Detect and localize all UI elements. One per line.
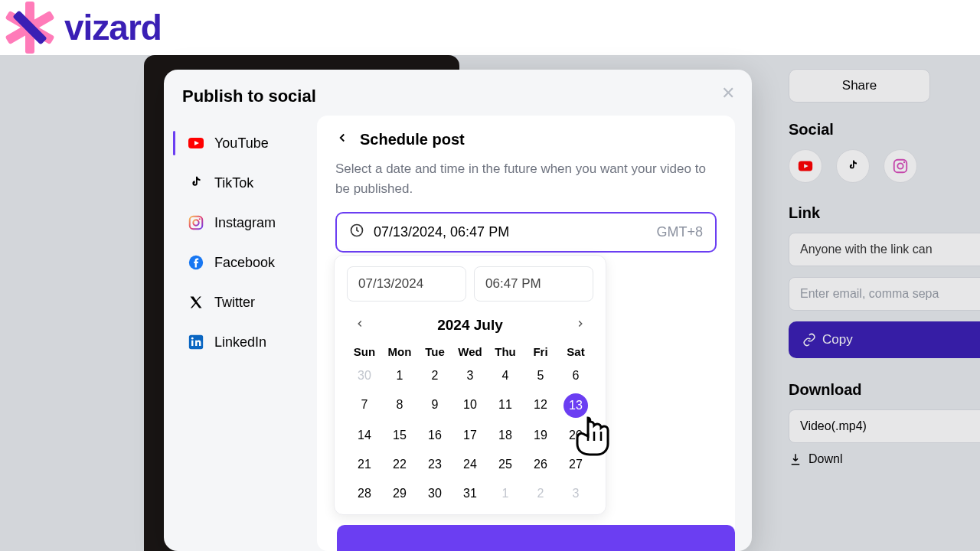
calendar-day[interactable]: 26	[523, 450, 558, 479]
calendar-day[interactable]: 2	[523, 479, 558, 508]
calendar-day[interactable]: 11	[488, 390, 523, 421]
date-picker: 07/13/2024 06:47 PM 2024 July SunMonTueW…	[334, 255, 606, 515]
schedule-title: Schedule post	[360, 131, 465, 148]
calendar-day[interactable]: 25	[488, 450, 523, 479]
close-icon[interactable]: ✕	[721, 83, 735, 103]
calendar-day[interactable]: 12	[523, 390, 558, 421]
clock-icon	[349, 223, 364, 242]
publish-modal: Publish to social ✕ YouTube TikTok Insta…	[164, 70, 752, 551]
tab-label: LinkedIn	[214, 334, 266, 350]
calendar-day[interactable]: 29	[382, 479, 417, 508]
calendar-day[interactable]: 30	[417, 479, 452, 508]
instagram-icon	[187, 214, 205, 232]
brand-logo-icon	[3, 1, 57, 54]
calendar-day[interactable]: 17	[452, 421, 488, 450]
calendar-day[interactable]: 20	[558, 421, 593, 450]
tab-tiktok[interactable]: TikTok	[181, 163, 317, 203]
tab-label: Instagram	[214, 215, 276, 231]
svg-point-16	[191, 337, 194, 340]
calendar-day[interactable]: 23	[417, 450, 452, 479]
calendar-day[interactable]: 15	[382, 421, 417, 450]
svg-point-11	[193, 220, 198, 225]
social-tab-list: YouTube TikTok Instagram Facebook Twitte…	[164, 116, 317, 551]
svg-rect-15	[191, 341, 193, 346]
tab-twitter[interactable]: Twitter	[181, 282, 317, 322]
schedule-panel: Schedule post Select a date and time in …	[317, 116, 735, 551]
calendar-day[interactable]: 19	[523, 421, 558, 450]
tab-label: TikTok	[214, 175, 253, 191]
calendar-day[interactable]: 7	[347, 390, 382, 421]
back-icon[interactable]	[335, 131, 349, 148]
calendar-day[interactable]: 8	[382, 390, 417, 421]
calendar-day[interactable]: 6	[558, 361, 593, 390]
x-twitter-icon	[187, 293, 205, 311]
datetime-value: 07/13/2024, 06:47 PM	[374, 224, 509, 240]
calendar-day[interactable]: 31	[452, 479, 488, 508]
svg-point-12	[199, 218, 201, 220]
calendar-day[interactable]: 3	[452, 361, 488, 390]
calendar-day[interactable]: 10	[452, 390, 488, 421]
facebook-icon	[187, 253, 205, 272]
calendar-day[interactable]: 21	[347, 450, 382, 479]
weekday-header: SunMonTueWedThuFriSat	[347, 345, 593, 358]
calendar-day[interactable]: 13	[564, 393, 588, 418]
calendar-day[interactable]: 1	[382, 361, 417, 390]
calendar-day[interactable]: 2	[417, 361, 452, 390]
prev-month-icon[interactable]	[348, 314, 371, 336]
tab-label: YouTube	[214, 135, 269, 152]
calendar-day[interactable]: 14	[347, 421, 382, 450]
calendar-day[interactable]: 3	[558, 479, 593, 508]
tab-facebook[interactable]: Facebook	[181, 243, 317, 282]
linkedin-icon	[187, 333, 205, 351]
time-input[interactable]: 06:47 PM	[474, 266, 593, 302]
calendar-day[interactable]: 30	[347, 361, 382, 390]
calendar-day[interactable]: 4	[488, 361, 523, 390]
tab-label: Twitter	[214, 295, 255, 311]
youtube-icon	[187, 134, 205, 152]
publish-button[interactable]	[337, 525, 735, 551]
date-input[interactable]: 07/13/2024	[347, 266, 466, 302]
calendar-day[interactable]: 18	[488, 421, 523, 450]
calendar-day[interactable]: 5	[523, 361, 558, 390]
timezone-label: GMT+8	[656, 224, 703, 240]
tab-label: Facebook	[214, 255, 275, 271]
tab-youtube[interactable]: YouTube	[181, 123, 317, 163]
calendar-day[interactable]: 16	[417, 421, 452, 450]
tab-instagram[interactable]: Instagram	[181, 203, 317, 243]
modal-title: Publish to social	[164, 70, 752, 116]
tiktok-icon	[187, 174, 205, 192]
calendar-day[interactable]: 24	[452, 450, 488, 479]
datetime-field[interactable]: 07/13/2024, 06:47 PM GMT+8	[335, 212, 717, 253]
calendar-days: 3012345678910111213141516171819202122232…	[347, 361, 593, 508]
calendar-day[interactable]: 9	[417, 390, 452, 421]
calendar-day[interactable]: 27	[558, 450, 593, 479]
app-header: vizard	[0, 0, 980, 55]
schedule-description: Select a date and time in the future whe…	[335, 159, 717, 198]
calendar-day[interactable]: 28	[347, 479, 382, 508]
svg-rect-10	[190, 217, 203, 230]
brand-name: vizard	[64, 7, 162, 48]
calendar-day[interactable]: 1	[488, 479, 523, 508]
month-label: 2024 July	[437, 317, 503, 334]
next-month-icon[interactable]	[569, 314, 592, 336]
tab-linkedin[interactable]: LinkedIn	[181, 322, 317, 362]
calendar-day[interactable]: 22	[382, 450, 417, 479]
